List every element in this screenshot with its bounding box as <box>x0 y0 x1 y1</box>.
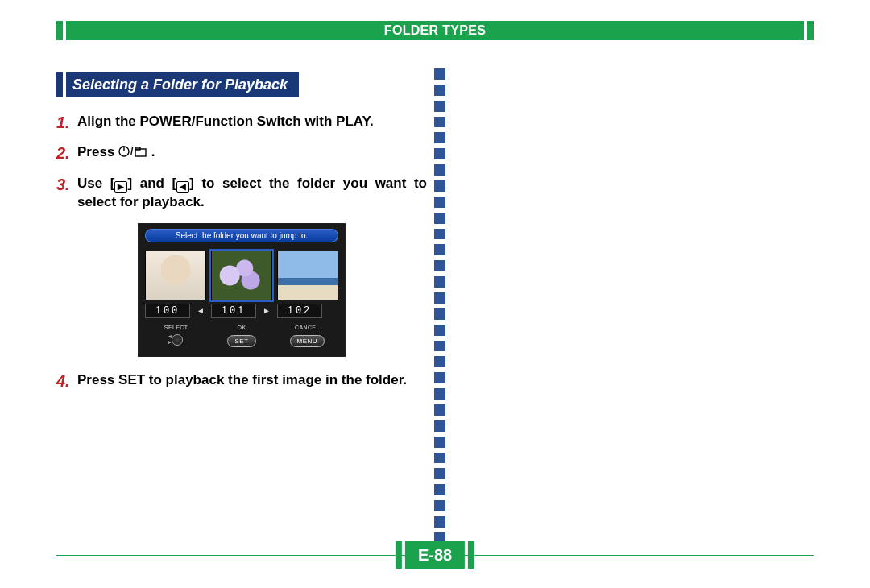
step-number: 2. <box>56 143 77 163</box>
step-number: 1. <box>56 113 77 132</box>
step-text: Use [▶] and [◀] to select the folder you… <box>77 175 427 212</box>
dpad-icon <box>166 332 187 346</box>
step3-prefix: Use [ <box>77 176 114 191</box>
select-label: SELECT <box>145 325 207 330</box>
step-4: 4. Press SET to playback the first image… <box>56 371 427 391</box>
ok-label: OK <box>210 325 272 330</box>
right-arrow-key-icon: ▶ <box>114 181 127 193</box>
manual-page: FOLDER TYPES Selecting a Folder for Play… <box>0 0 870 588</box>
folder-number-row: 100 ◄ 101 ► 102 <box>139 302 345 320</box>
nav-right-mini-icon: ► <box>261 305 272 317</box>
nav-left-mini-icon: ◄ <box>195 305 206 317</box>
svg-text:/: / <box>130 146 134 157</box>
menu-button-pill: MENU <box>290 335 325 347</box>
step-text: Press SET to playback the first image in… <box>77 371 427 390</box>
section-title: Selecting a Folder for Playback <box>72 77 288 93</box>
folder-number: 101 <box>211 304 256 318</box>
instruction-list: 1. Align the POWER/Function Switch with … <box>56 113 427 402</box>
folder-number: 100 <box>145 304 190 318</box>
page-header-title: FOLDER TYPES <box>384 23 486 38</box>
thumbnail-100 <box>145 251 206 300</box>
page-header: FOLDER TYPES <box>56 21 814 40</box>
ok-control: OK SET <box>210 325 272 350</box>
set-button-pill: SET <box>227 335 255 347</box>
screen-button-row: SELECT OK SET CANCEL MENU <box>139 320 345 356</box>
step-1: 1. Align the POWER/Function Switch with … <box>56 113 427 132</box>
step-number: 3. <box>56 175 77 194</box>
section-fill: Selecting a Folder for Playback <box>66 72 299 97</box>
step-number: 4. <box>56 371 77 391</box>
screen-banner: Select the folder you want to jump to. <box>145 229 338 242</box>
page-number-badge: E-88 <box>396 541 474 569</box>
thumbnail-102 <box>277 251 338 300</box>
thumbnail-101-selected <box>211 251 272 300</box>
page-number: E-88 <box>418 546 452 565</box>
folder-thumbnails <box>139 247 345 302</box>
column-divider <box>434 68 445 544</box>
camera-screen-illustration: Select the folder you want to jump to. 1… <box>138 223 346 357</box>
section-accent-stub <box>56 72 63 97</box>
step-3: 3. Use [▶] and [◀] to select the folder … <box>56 175 427 212</box>
left-arrow-key-icon: ◀ <box>176 181 189 193</box>
select-control: SELECT <box>145 325 207 350</box>
folder-number: 102 <box>277 304 322 318</box>
step3-mid: ] and [ <box>127 176 176 191</box>
section-heading: Selecting a Folder for Playback <box>56 72 299 97</box>
step2-prefix: Press <box>77 144 118 159</box>
header-accent-right <box>807 21 814 40</box>
cancel-control: CANCEL MENU <box>276 325 338 350</box>
step2-suffix: . <box>151 144 155 159</box>
step-text: Press / . <box>77 143 427 164</box>
page-footer: E-88 <box>56 541 814 569</box>
cancel-label: CANCEL <box>276 325 338 330</box>
header-fill: FOLDER TYPES <box>66 21 804 40</box>
step-2: 2. Press / . <box>56 143 427 164</box>
step-text: Align the POWER/Function Switch with PLA… <box>77 113 427 131</box>
header-accent-left <box>56 21 63 40</box>
timer-folder-icon: / <box>118 145 147 164</box>
illustration-wrap: Select the folder you want to jump to. 1… <box>56 223 427 357</box>
